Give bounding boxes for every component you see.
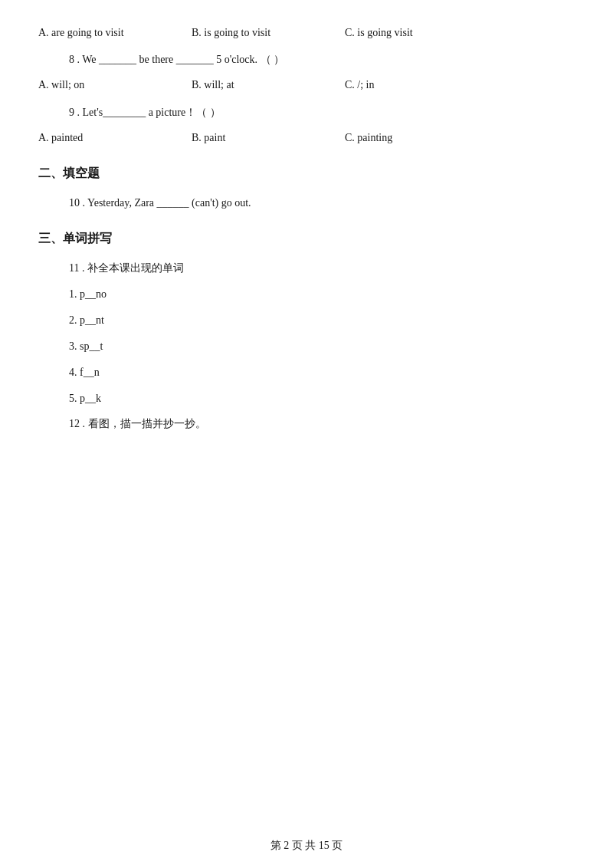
q8-text: 8 . We _______ be there _______ 5 o'cloc… [38, 50, 575, 69]
q9-options-line: A. painted B. paint C. painting [38, 128, 575, 147]
q11-item-3: 3. sp__t [38, 336, 575, 357]
q11-item-5: 5. p__k [38, 388, 575, 409]
page-footer: 第 2 页 共 15 页 [0, 839, 613, 853]
q12-text: 12 . 看图，描一描并抄一抄。 [38, 414, 575, 433]
q11-instruction: 11 . 补全本课出现的单词 [38, 258, 575, 278]
q7-option-b: B. is going to visit [192, 23, 345, 42]
q8-option-b: B. will; at [192, 75, 345, 94]
q8-option-c: C. /; in [345, 75, 498, 94]
q9-option-b: B. paint [192, 128, 345, 147]
q9-option-c: C. painting [345, 128, 498, 147]
q7-option-a: A. are going to visit [38, 23, 192, 42]
q8-option-a: A. will; on [38, 75, 192, 94]
section3-title: 三、单词拼写 [38, 226, 575, 251]
q8-options-line: A. will; on B. will; at C. /; in [38, 75, 575, 94]
q9-text: 9 . Let's________ a picture！（ ） [38, 103, 575, 122]
q11-item-1: 1. p__no [38, 284, 575, 305]
section2-title: 二、填空题 [38, 161, 575, 186]
q9-option-a: A. painted [38, 128, 192, 147]
q11-item-2: 2. p__nt [38, 310, 575, 331]
q7-options-line: A. are going to visit B. is going to vis… [38, 23, 575, 42]
q11-item-4: 4. f__n [38, 362, 575, 383]
q7-option-c: C. is going visit [345, 23, 498, 42]
q10-text: 10 . Yesterday, Zara ______ (can't) go o… [38, 193, 575, 212]
page-number: 第 2 页 共 15 页 [270, 840, 343, 851]
